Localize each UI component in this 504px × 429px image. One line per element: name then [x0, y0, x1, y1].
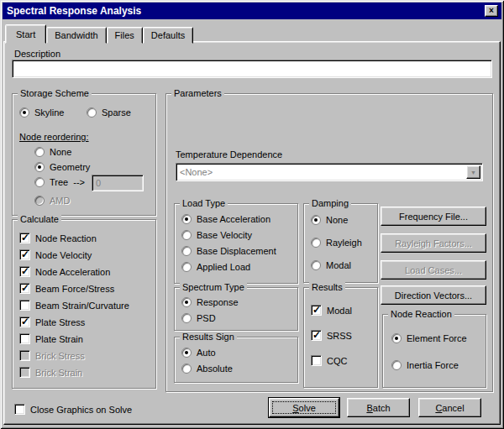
radio-base-acceleration[interactable]: Base Acceleration [181, 214, 270, 224]
batch-button[interactable]: Batch [347, 398, 410, 417]
checkbox-node-velocity[interactable]: Node Velocity [19, 249, 92, 260]
radio-label: Inertia Force [407, 360, 459, 370]
group-spectrum-type-title: Spectrum Type [180, 282, 247, 292]
checkbox-label: Brick Strain [35, 368, 82, 378]
description-label: Description [14, 49, 60, 59]
radio-icon [181, 246, 192, 256]
radio-label: None [326, 215, 348, 225]
checkbox-icon [19, 350, 30, 361]
radio-label: Base Displacement [197, 246, 276, 256]
rayleigh-factors-button: Rayleigh Factors... [381, 233, 486, 253]
solve-button[interactable]: Solve [269, 398, 339, 417]
radio-sparse[interactable]: Sparse [87, 107, 131, 118]
radio-icon [181, 230, 192, 240]
radio-icon [181, 313, 192, 323]
checkbox-beam-force-stress[interactable]: Beam Force/Stress [19, 283, 114, 294]
checkbox-node-acceleration[interactable]: Node Acceleration [19, 266, 110, 277]
load-cases-button: Load Cases... [381, 260, 486, 280]
tab-start[interactable]: Start [5, 24, 46, 44]
radio-icon [34, 147, 45, 157]
radio-absolute[interactable]: Absolute [181, 364, 233, 374]
checkbox-brick-strain: Brick Strain [19, 367, 82, 378]
frequency-file-button[interactable]: Frequency File... [381, 207, 486, 226]
radio-reorder-tree[interactable]: Tree --> [34, 177, 85, 187]
radio-icon [34, 177, 45, 187]
checkbox-icon [19, 367, 30, 378]
tab-strip: Start Bandwidth Files Defaults [5, 24, 193, 44]
radio-icon [181, 262, 192, 272]
radio-label: Response [197, 297, 239, 307]
radio-icon [391, 333, 402, 343]
radio-base-displacement[interactable]: Base Displacement [181, 246, 276, 256]
chevron-down-icon[interactable]: ▼ [466, 165, 480, 179]
tab-files[interactable]: Files [107, 27, 143, 44]
checkbox-label: Node Velocity [35, 250, 92, 260]
checkbox-label: Brick Stress [35, 351, 85, 361]
radio-damping-modal[interactable]: Modal [311, 260, 351, 270]
radio-label: Rayleigh [326, 238, 362, 248]
tree-value-input[interactable] [92, 175, 144, 191]
radio-damping-rayleigh[interactable]: Rayleigh [311, 238, 362, 248]
group-results-title: Results [309, 282, 345, 292]
temperature-dependence-label: Temperature Dependence [176, 149, 282, 160]
radio-response[interactable]: Response [181, 297, 239, 307]
radio-label: Base Acceleration [197, 214, 270, 224]
group-node-reaction-title: Node Reaction [388, 309, 454, 319]
radio-icon [181, 297, 192, 307]
checkbox-cqc[interactable]: CQC [311, 355, 347, 366]
checkbox-node-reaction[interactable]: Node Reaction [19, 233, 97, 243]
group-damping-title: Damping [309, 198, 351, 208]
radio-reorder-none[interactable]: None [34, 147, 71, 157]
checkbox-label: Node Acceleration [35, 267, 110, 277]
tab-bandwidth[interactable]: Bandwidth [46, 27, 106, 44]
radio-reorder-geometry[interactable]: Geometry [34, 162, 90, 172]
checkbox-icon [311, 305, 322, 316]
checkbox-label: Plate Stress [35, 317, 85, 327]
checkbox-label: Close Graphics on Solve [30, 405, 132, 415]
checkbox-modal[interactable]: Modal [311, 305, 352, 316]
group-parameters: Parameters Temperature Dependence <None>… [165, 93, 493, 392]
radio-label: PSD [197, 313, 216, 323]
checkbox-srss[interactable]: SRSS [311, 330, 352, 341]
radio-element-force[interactable]: Element Force [391, 333, 467, 343]
direction-vectors-button[interactable]: Direction Vectors... [381, 285, 486, 305]
radio-base-velocity[interactable]: Base Velocity [181, 230, 252, 240]
checkbox-icon [311, 330, 322, 341]
radio-psd[interactable]: PSD [181, 313, 216, 323]
radio-skyline-label: Skyline [34, 107, 64, 118]
group-calculate-title: Calculate [18, 214, 61, 224]
close-icon[interactable]: × [485, 5, 498, 17]
checkbox-icon [19, 266, 30, 277]
checkbox-icon [19, 317, 30, 327]
group-load-type-title: Load Type [180, 198, 228, 208]
radio-applied-load[interactable]: Applied Load [181, 262, 250, 272]
checkbox-plate-strain[interactable]: Plate Strain [19, 333, 83, 344]
description-input[interactable] [12, 60, 492, 78]
radio-icon [181, 214, 192, 224]
temperature-dependence-combobox[interactable]: <None> ▼ [176, 163, 483, 181]
checkbox-brick-stress: Brick Stress [19, 350, 85, 361]
radio-auto[interactable]: Auto [181, 348, 216, 358]
node-reordering-label: Node reordering: [19, 132, 89, 142]
cancel-button[interactable]: Cancel [418, 398, 481, 417]
tab-defaults[interactable]: Defaults [143, 27, 193, 44]
radio-skyline[interactable]: Skyline [19, 107, 64, 118]
group-results: Results Modal SRSS CQC [303, 287, 378, 388]
radio-inertia-force[interactable]: Inertia Force [391, 360, 459, 370]
dialog-spectral-response-analysis: Spectral Response Analysis × Start Bandw… [0, 0, 504, 429]
button-label: Batch [366, 403, 390, 413]
radio-damping-none[interactable]: None [311, 215, 348, 225]
group-damping: Damping None Rayleigh Modal [303, 203, 378, 283]
checkbox-plate-stress[interactable]: Plate Stress [19, 317, 85, 327]
group-storage-scheme: Storage Scheme Skyline Sparse Node reord… [12, 93, 156, 216]
checkbox-beam-strain-curvature[interactable]: Beam Strain/Curvature [19, 300, 129, 311]
radio-icon [34, 196, 45, 206]
radio-icon [311, 238, 321, 248]
radio-icon [19, 107, 29, 118]
solve-button-default-border: Solve [268, 397, 340, 418]
checkbox-close-graphics-on-solve[interactable]: Close Graphics on Solve [14, 404, 132, 415]
checkbox-icon [14, 404, 25, 415]
checkbox-label: Plate Strain [35, 334, 83, 344]
checkbox-icon [19, 333, 30, 344]
radio-icon [181, 348, 192, 358]
